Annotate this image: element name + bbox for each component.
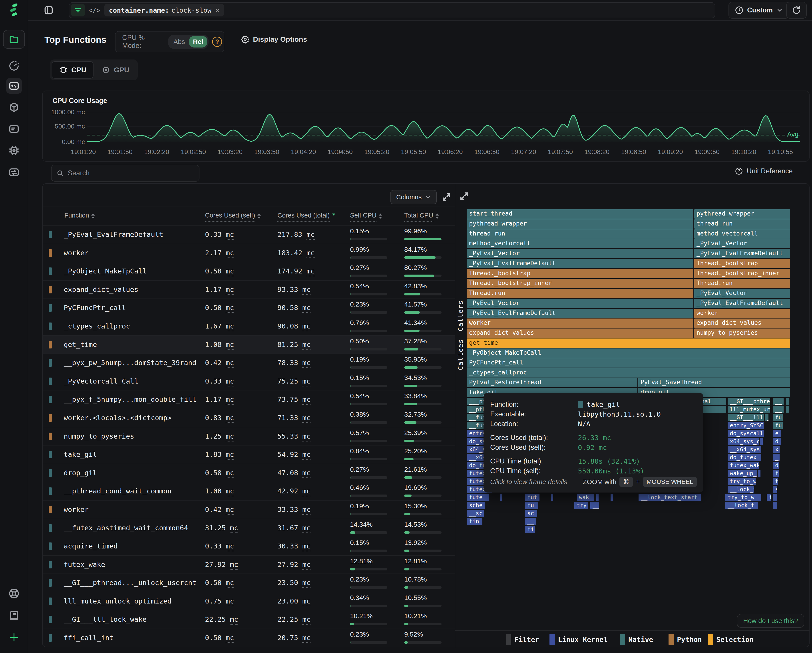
flame-cell[interactable]: wak xyxy=(577,494,594,501)
table-row[interactable]: _ctypes_callproc1.67 mc90.08 mc0.76%41.3… xyxy=(43,317,455,336)
flame-cell[interactable]: try_to_w xyxy=(725,494,762,501)
expand-flame-icon[interactable] xyxy=(459,191,469,201)
filter-chip-close-icon[interactable]: × xyxy=(215,6,220,14)
table-row[interactable]: __pyx_pw_5nump...domState_39rand0.42 mc7… xyxy=(43,354,455,372)
flame-cell[interactable] xyxy=(773,494,777,501)
display-options-button[interactable]: Display Options xyxy=(241,35,307,44)
unit-reference-button[interactable]: Unit Reference xyxy=(735,167,793,175)
flame-cell[interactable]: entry_SYSC xyxy=(728,422,764,429)
flame-cell[interactable]: Thread.run xyxy=(467,289,693,298)
flame-cell[interactable] xyxy=(551,494,553,501)
flame-cell[interactable]: _PyEval_Vector xyxy=(694,289,790,298)
table-row[interactable]: __pthread_cond_wait_common1.00 mc42.92 m… xyxy=(43,482,455,501)
flame-cell[interactable]: expand_dict_values xyxy=(694,318,790,328)
table-row[interactable]: numpy_to_pyseries1.25 mc55.33 mc0.57%25.… xyxy=(43,427,455,446)
flame-cell[interactable] xyxy=(611,494,613,501)
flame-cell[interactable]: fute xyxy=(467,494,489,501)
flame-cell[interactable]: __ xyxy=(773,398,784,405)
flame-cell[interactable]: fi xyxy=(525,526,535,533)
flame-cell[interactable]: _PyEval_EvalFrameDefault xyxy=(694,249,790,258)
column-header-function[interactable]: Function xyxy=(64,212,95,219)
flame-cell[interactable]: lll_mutex_ur xyxy=(728,406,770,413)
table-row[interactable]: futex_wake27.92 mc27.92 mc12.81%12.81% xyxy=(43,556,455,574)
sidebar-item-hardware[interactable] xyxy=(8,145,20,156)
flame-cell[interactable]: futex_wak xyxy=(728,462,759,469)
flame-cell[interactable]: x xyxy=(773,446,780,453)
flame-cell[interactable]: s xyxy=(773,486,777,493)
flame-cell[interactable]: worker xyxy=(467,318,693,328)
flame-cell[interactable]: Thread._bootstrap xyxy=(694,259,790,268)
flame-cell[interactable]: expand_dict_values xyxy=(467,329,693,338)
refresh-button[interactable] xyxy=(786,2,807,19)
flame-cell[interactable]: sc xyxy=(525,510,537,517)
sidebar-item-pipelines[interactable] xyxy=(8,166,20,178)
flame-cell[interactable]: __ xyxy=(773,406,784,413)
flame-cell[interactable]: pythread_wrapper xyxy=(694,209,790,219)
table-row[interactable]: lll_mutex_unlock_optimized0.75 mc23.00 m… xyxy=(43,592,455,610)
sidebar-item-docs[interactable] xyxy=(8,610,20,621)
filter-bar[interactable]: </> container.name: clock-slow × xyxy=(69,2,715,18)
column-header-cores-used-self-[interactable]: Cores Used (self) xyxy=(205,212,261,222)
sidebar-toggle-icon[interactable] xyxy=(43,5,54,17)
flame-cell[interactable]: do_syscall xyxy=(728,430,764,437)
flame-cell[interactable]: fu xyxy=(525,502,538,509)
table-row[interactable]: worker.<locals>.<dictcomp>0.83 mc71.33 m… xyxy=(43,409,455,427)
table-row[interactable]: _PyObject_MakeTpCall0.58 mc174.92 mc0.27… xyxy=(43,262,455,280)
help-icon[interactable]: ? xyxy=(212,37,222,47)
flame-cell[interactable]: __GI___pthre xyxy=(728,398,770,405)
flame-cell[interactable]: _PyEval_EvalFrameDefault xyxy=(467,259,693,268)
flame-cell[interactable] xyxy=(786,406,789,413)
expand-table-icon[interactable] xyxy=(441,192,451,202)
flame-cell[interactable]: Thread._bootstrap_inner xyxy=(694,269,790,279)
abs-option[interactable]: Abs xyxy=(169,38,189,46)
flame-cell[interactable]: thread_run xyxy=(694,219,790,228)
table-row[interactable]: PyCFuncPtr_call0.50 mc90.58 mc0.23%41.57… xyxy=(43,299,455,317)
flame-cell[interactable]: method_vectorcall xyxy=(694,229,790,239)
flame-cell[interactable]: sche xyxy=(467,502,485,509)
flame-cell[interactable]: i xyxy=(767,494,771,501)
flame-cell[interactable]: d xyxy=(773,462,779,469)
flame-cell[interactable]: __sc xyxy=(467,510,484,517)
flame-cell[interactable] xyxy=(760,438,763,445)
flame-cell[interactable] xyxy=(596,494,598,501)
flame-cell[interactable]: _PyEval_EvalFrameDefault xyxy=(694,299,790,308)
flame-cell[interactable]: thread_run xyxy=(467,229,693,239)
search-box[interactable] xyxy=(51,165,200,181)
flame-cell[interactable]: e xyxy=(773,430,781,437)
table-row[interactable]: _PyVectorcall_Call0.33 mc75.25 mc0.15%34… xyxy=(43,372,455,391)
table-row[interactable]: __pyx_f_5numpy...mon_double_fill1.17 mc7… xyxy=(43,390,455,409)
column-header-cores-used-total-[interactable]: Cores Used (total) xyxy=(278,212,335,222)
tab-cpu[interactable]: CPU xyxy=(52,61,93,79)
flame-cell[interactable]: _ xyxy=(765,414,768,421)
flame-cell[interactable]: _ctypes_callproc xyxy=(467,368,790,377)
add-button[interactable] xyxy=(8,632,20,643)
flame-cell[interactable]: try_to_w xyxy=(728,478,756,485)
column-header-self-cpu[interactable]: Self CPU xyxy=(350,212,382,222)
sidebar-item-projects[interactable] xyxy=(3,30,25,49)
search-input[interactable] xyxy=(68,169,194,177)
how-do-i-use-this-button[interactable]: How do I use this? xyxy=(737,614,804,628)
columns-button[interactable]: Columns xyxy=(391,190,437,204)
flame-cell[interactable]: Thread.run xyxy=(694,279,790,288)
sidebar-item-profiler[interactable] xyxy=(6,78,22,94)
flame-cell[interactable]: _PyEval_EvalFrameDefault xyxy=(467,309,693,318)
flame-cell[interactable]: _PyObject_MakeTpCall xyxy=(467,349,790,358)
flame-cell[interactable]: fut xyxy=(525,494,539,501)
sidebar-item-dashboard[interactable] xyxy=(8,60,20,72)
table-row[interactable]: get_time1.08 mc81.25 mc0.50%37.28% xyxy=(43,336,455,354)
flame-cell[interactable]: get_time xyxy=(467,338,790,348)
flame-cell[interactable]: PyEval_SaveThread xyxy=(638,378,790,387)
table-row[interactable]: expand_dict_values1.17 mc93.33 mc0.54%42… xyxy=(43,280,455,299)
filter-icon[interactable] xyxy=(71,4,85,17)
flame-cell[interactable] xyxy=(500,494,502,501)
flame-cell[interactable]: _PyEval_Vector xyxy=(467,299,693,308)
flame-cell[interactable] xyxy=(758,470,760,477)
filter-chip[interactable]: container.name: clock-slow × xyxy=(104,4,224,17)
flame-cell[interactable]: __lock_t xyxy=(725,502,758,509)
table-row[interactable]: _PyEval_EvalFrameDefault0.33 mc217.83 mc… xyxy=(43,225,455,244)
table-row[interactable]: __GI___pthread..._unlock_usercnt0.50 mc2… xyxy=(43,574,455,592)
flame-cell[interactable]: PyCFuncPtr_call xyxy=(467,358,790,368)
flame-cell[interactable] xyxy=(786,398,789,405)
sidebar-item-packages[interactable] xyxy=(8,102,20,113)
flame-cell[interactable] xyxy=(773,502,777,509)
